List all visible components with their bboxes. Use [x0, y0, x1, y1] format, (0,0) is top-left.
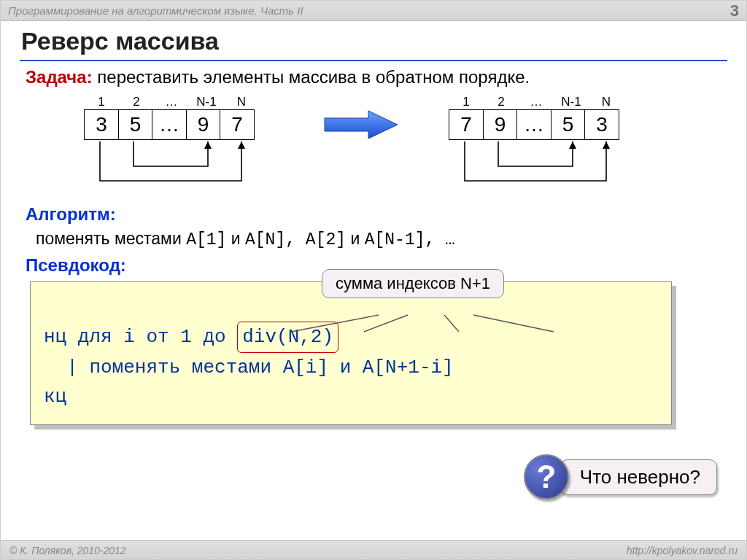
code: A[1]: [186, 230, 226, 249]
content-area: Задача: переставить элементы массива в о…: [1, 67, 746, 425]
cell: 5: [118, 109, 153, 140]
tooltip-sum-indices: сумма индексов N+1: [322, 269, 504, 298]
cell: 5: [551, 109, 586, 140]
cell: 7: [449, 109, 484, 140]
svg-marker-0: [325, 111, 398, 139]
svg-marker-2: [204, 141, 212, 149]
task-line: Задача: переставить элементы массива в о…: [26, 67, 721, 88]
header-bar: Программирование на алгоритмическом язык…: [1, 1, 746, 21]
code-line: | поменять местами A[i] и A[N+1-i]: [44, 357, 454, 378]
idx: N: [589, 95, 624, 109]
array-diagram: 1 2 … N-1 N 3 5 … 9 7: [26, 95, 721, 204]
question-callout: ? Что неверно?: [524, 454, 717, 499]
task-text: переставить элементы массива в обратном …: [97, 67, 530, 87]
svg-line-7: [444, 315, 459, 332]
header-title: Программирование на алгоритмическом язык…: [8, 4, 303, 17]
idx: …: [154, 95, 189, 109]
footer-url: http://kpolyakov.narod.ru: [627, 545, 738, 556]
code-line: кц: [44, 386, 66, 408]
svg-marker-1: [238, 141, 245, 149]
idx: N: [224, 95, 259, 109]
idx: N-1: [554, 95, 589, 109]
idx: …: [519, 95, 554, 109]
algo-text: поменять местами A[1] и A[N], A[2] и A[N…: [36, 229, 721, 249]
idx: 2: [119, 95, 154, 109]
code: A[2]: [306, 230, 346, 249]
algo-prefix: поменять местами: [36, 229, 186, 248]
footer-copyright: © К. Поляков, 2010-2012: [9, 545, 126, 556]
question-mark-icon: ?: [524, 454, 569, 499]
svg-line-6: [364, 315, 408, 332]
svg-line-8: [473, 315, 554, 332]
title-underline: [20, 60, 727, 61]
idx: 2: [484, 95, 519, 109]
cell: 3: [84, 109, 119, 140]
code: A[N]: [245, 230, 285, 249]
algo-label: Алгоритм:: [26, 204, 721, 225]
code: A[N-1]: [365, 230, 425, 249]
code-line: нц для i от 1 до: [44, 326, 237, 348]
slide-title: Реверс массива: [1, 21, 746, 58]
page-number: 3: [730, 1, 739, 20]
question-text: Что неверно?: [560, 459, 717, 495]
idx: 1: [84, 95, 119, 109]
cell: 9: [483, 109, 518, 140]
svg-line-5: [291, 315, 379, 332]
cell: 7: [220, 109, 255, 140]
arrow-right-icon: [317, 106, 405, 143]
idx: N-1: [189, 95, 224, 109]
task-label: Задача:: [26, 67, 93, 87]
array-left: 1 2 … N-1 N 3 5 … 9 7: [84, 95, 259, 140]
cell: …: [516, 109, 551, 140]
footer-bar: © К. Поляков, 2010-2012 http://kpolyakov…: [1, 540, 746, 559]
cell: …: [152, 109, 187, 140]
array-right: 1 2 … N-1 N 7 9 … 5 3: [449, 95, 624, 140]
svg-marker-3: [603, 141, 610, 149]
swap-arrows-right: [447, 140, 630, 191]
svg-marker-4: [569, 141, 576, 149]
cell: 9: [186, 109, 221, 140]
swap-arrows-left: [82, 140, 265, 191]
idx: 1: [449, 95, 484, 109]
cell: 3: [584, 109, 619, 140]
